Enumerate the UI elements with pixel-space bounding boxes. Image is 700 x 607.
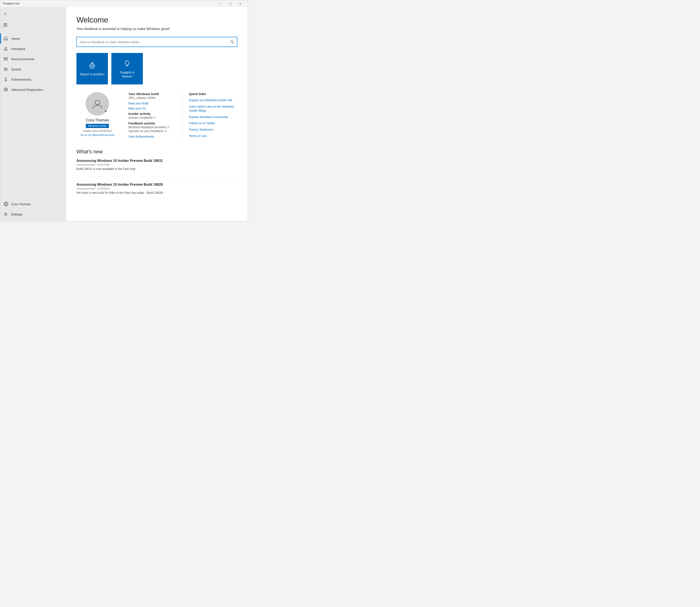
window-controls: — ☐ ✕ (216, 0, 245, 7)
sidebar: Home Feedback (0, 7, 66, 221)
upvotes: Upvotes on your feedback: 0 (128, 129, 177, 133)
sidebar-bottom: Cora Thomas Settings (0, 197, 66, 221)
svg-marker-2 (4, 67, 8, 71)
welcome-title: Welcome (76, 16, 237, 24)
rate-build-link[interactable]: Rate your build (128, 102, 177, 105)
quick-link-terms[interactable]: Terms of Use (189, 134, 238, 138)
insider-since: Insider since 8/23/2018 (83, 129, 112, 132)
sidebar-item-achievements-label: Achievements (11, 78, 31, 81)
svg-point-0 (5, 47, 7, 49)
svg-point-5 (5, 203, 6, 204)
sidebar-settings[interactable]: Settings (0, 209, 66, 219)
svg-rect-1 (4, 58, 7, 60)
search-bar (76, 37, 237, 47)
quests-icon (4, 67, 8, 71)
quick-link-twitter[interactable]: Follow us on Twitter (189, 121, 238, 125)
quick-link-privacy[interactable]: Privacy Statement (189, 128, 238, 132)
news-list: Announcing Windows 10 Insider Preview Bu… (76, 159, 237, 200)
sidebar-item-home-label: Home (11, 37, 20, 40)
avatar-plus-icon: + (104, 109, 107, 113)
sidebar-item-announcements[interactable]: Announcements (0, 54, 66, 64)
build-info: Your Windows build 19h1_release 18363 Ra… (123, 92, 182, 140)
title-bar: Feedback Hub — ☐ ✕ (0, 0, 247, 7)
rate-pc-link[interactable]: Rate your PC (128, 107, 177, 110)
search-icon (231, 40, 234, 44)
search-button[interactable] (227, 37, 237, 47)
bug-icon (88, 61, 97, 69)
sidebar-item-achievements[interactable]: Achievements (0, 74, 66, 84)
quick-links: Quick links Explore our Windows Insider … (182, 92, 238, 140)
avatar-person-icon (92, 98, 103, 110)
maximize-button[interactable]: ☐ (225, 0, 235, 7)
report-problem-tile[interactable]: Report a problem (76, 53, 108, 84)
sidebar-user-label: Cora Thomas (11, 202, 31, 206)
sidebar-settings-label: Settings (11, 212, 22, 216)
ms-account-link[interactable]: Go to my Microsoft account (80, 133, 114, 137)
hamburger-button[interactable] (0, 20, 11, 30)
news-item-desc-2: We have a new build for folks in the Fas… (76, 191, 237, 194)
profile-section: + Cora Thomas Windows Insider Insider si… (76, 92, 237, 140)
nav-items: Home Feedback (0, 32, 66, 197)
news-item-title: Announcing Windows 10 Insider Preview Bu… (76, 159, 237, 163)
insider-activity-title: Insider activity (128, 112, 177, 116)
back-button[interactable] (0, 9, 11, 19)
close-button[interactable]: ✕ (235, 0, 245, 7)
windows-feedback: Windows feedback provided: 0 (128, 125, 177, 129)
profile-name: Cora Thomas (86, 118, 109, 123)
sidebar-item-home[interactable]: Home (0, 34, 66, 44)
build-title: Your Windows build (128, 92, 177, 96)
achievements-icon (4, 77, 8, 81)
sidebar-item-diagnostics-label: Advanced Diagnostics (11, 88, 43, 91)
svg-point-9 (95, 100, 100, 105)
feedback-icon (4, 47, 8, 51)
action-tiles: Report a problem Suggest a feature (76, 53, 237, 84)
minimize-button[interactable]: — (216, 0, 225, 7)
suggest-feature-tile[interactable]: Suggest a feature (111, 53, 143, 84)
build-value: 19h1_release 18363 (128, 96, 177, 100)
sidebar-user[interactable]: Cora Thomas (0, 199, 66, 209)
svg-point-6 (5, 213, 6, 215)
report-problem-label: Report a problem (80, 72, 104, 76)
user-avatar: + (85, 92, 109, 116)
news-item: Announcing Windows 10 Insider Preview Bu… (76, 183, 237, 200)
app-title: Feedback Hub (3, 2, 216, 5)
sidebar-item-announcements-label: Announcements (11, 57, 34, 61)
news-item: Announcing Windows 10 Insider Preview Bu… (76, 159, 237, 177)
home-icon (4, 36, 8, 41)
main-content: Welcome Your feedback is essential to he… (66, 7, 247, 221)
quick-link-community[interactable]: Explore Windows Community (189, 115, 238, 119)
view-achievements-link[interactable]: View Achievements (128, 135, 177, 138)
suggest-feature-label: Suggest a feature (115, 70, 139, 79)
quick-link-insider-site[interactable]: Explore our Windows Insider site (189, 98, 238, 103)
whats-new-title: What's new (76, 149, 237, 154)
sidebar-item-feedback[interactable]: Feedback (0, 44, 66, 54)
feedback-activity-title: Feedback activity (128, 122, 177, 125)
announcements-icon (4, 57, 8, 61)
app-container: Home Feedback (0, 7, 247, 221)
quick-link-insider-blogs[interactable]: Learn what's new on the Windows Insider … (189, 105, 238, 113)
news-item-title-2: Announcing Windows 10 Insider Preview Bu… (76, 183, 237, 187)
settings-icon (4, 212, 8, 216)
sidebar-item-diagnostics[interactable]: Advanced Diagnostics (0, 84, 66, 95)
hamburger-icon (3, 23, 7, 26)
news-item-desc: Build 19631 is now available in the Fast… (76, 167, 237, 171)
insider-badge: Windows Insider (86, 124, 109, 128)
sidebar-top (0, 7, 66, 32)
search-input[interactable] (77, 37, 227, 47)
sidebar-item-feedback-label: Feedback (11, 47, 25, 50)
lightbulb-icon (123, 59, 132, 68)
diagnostics-icon (4, 87, 8, 92)
profile-info: + Cora Thomas Windows Insider Insider si… (76, 92, 123, 137)
user-avatar-small (4, 202, 8, 206)
news-item-meta: Announcement · 5/21/2020 (76, 163, 237, 166)
quick-links-title: Quick links (189, 92, 238, 96)
sidebar-item-quests[interactable]: Quests (0, 64, 66, 74)
quests-completed: Quests completed: 1 (128, 116, 177, 119)
news-item-meta-2: Announcement · 5/13/2020 (76, 187, 237, 190)
sidebar-item-quests-label: Quests (11, 67, 21, 71)
welcome-subtitle: Your feedback is essential to helping us… (76, 27, 237, 31)
